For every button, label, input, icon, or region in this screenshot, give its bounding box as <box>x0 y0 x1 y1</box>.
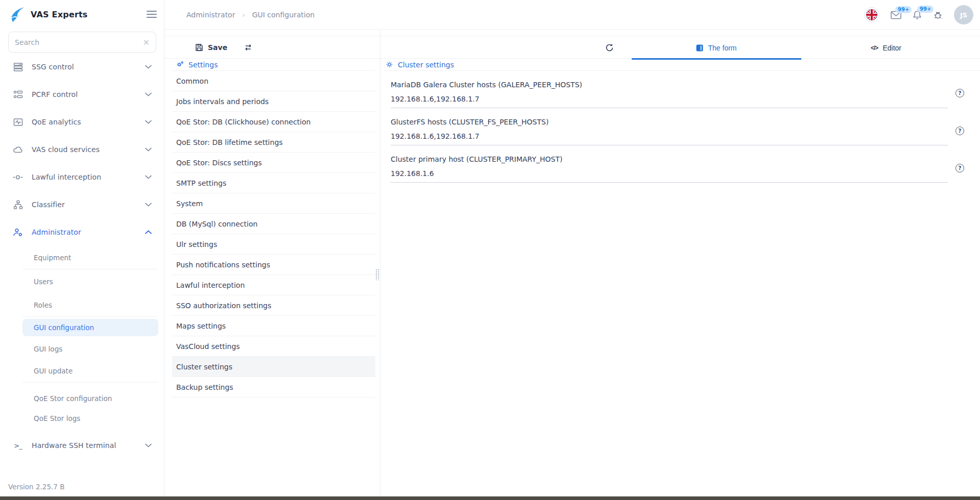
help-icon[interactable]: ? <box>955 164 964 172</box>
gear-icon <box>386 61 393 68</box>
field-label: MariaDB Galera Cluster hosts (GALERA_PEE… <box>391 71 980 90</box>
settings-list-panel: Settings Common Jobs intervals and perio… <box>172 59 375 496</box>
settings-item-backup[interactable]: Backup settings <box>172 377 375 397</box>
terminal-icon: >_ <box>13 440 23 451</box>
breadcrumb-separator-icon: › <box>242 11 245 19</box>
settings-item-qoe-clickhouse[interactable]: QoE Stor: DB (Clickhouse) connection <box>172 112 375 132</box>
help-icon[interactable]: ? <box>955 127 964 135</box>
brand-row: VAS Experts <box>8 5 157 23</box>
breadcrumb-gui-configuration[interactable]: GUI configuration <box>252 11 315 19</box>
messages-count-badge: 99+ <box>895 6 912 13</box>
search-box: × <box>8 32 156 53</box>
settings-item-sso[interactable]: SSO authorization settings <box>172 295 375 316</box>
sitemap-icon <box>13 199 23 210</box>
sidebar-subitem-qoe-stor-configuration[interactable]: QoE Stor configuration <box>0 383 164 409</box>
settings-item-cluster[interactable]: Cluster settings <box>172 357 375 377</box>
cloud-icon <box>13 144 23 155</box>
tab-bar: The form </> Editor <box>632 36 971 59</box>
interception-icon <box>13 172 23 182</box>
help-icon[interactable]: ? <box>955 89 964 97</box>
sidebar-item-lawful-interception[interactable]: Lawful interception <box>0 163 164 191</box>
sidebar-item-label: Administrator <box>32 228 81 236</box>
sidebar-item-label: SSG control <box>32 63 74 71</box>
settings-item-maps[interactable]: Maps settings <box>172 316 375 336</box>
field-label: Cluster primary host (CLUSTER_PRIMARY_HO… <box>391 145 980 164</box>
settings-item-push-notifications[interactable]: Push notifications settings <box>172 255 375 275</box>
tab-the-form[interactable]: The form <box>632 36 801 59</box>
pcrf-icon <box>13 89 23 99</box>
sidebar-item-classifier[interactable]: Classifier <box>0 191 164 218</box>
refresh-button[interactable] <box>605 36 614 59</box>
bug-icon <box>933 10 943 20</box>
sidebar-item-hardware-ssh-terminal[interactable]: >_ Hardware SSH terminal <box>0 432 164 459</box>
notifications-button[interactable]: 99+ <box>913 10 922 20</box>
sidebar-subitem-gui-update[interactable]: GUI update <box>0 359 164 382</box>
sidebar-item-ssg-control[interactable]: SSG control <box>0 53 164 81</box>
form-icon <box>696 44 703 52</box>
form-header: Cluster settings <box>385 59 980 71</box>
search-clear-icon[interactable]: × <box>143 38 150 46</box>
language-flag-icon[interactable] <box>864 7 879 22</box>
cluster-primary-host-input[interactable]: 192.168.1.6 <box>391 168 948 183</box>
bug-report-button[interactable] <box>933 10 943 20</box>
chevron-down-icon <box>145 120 152 124</box>
settings-item-vascloud[interactable]: VasCloud settings <box>172 336 375 357</box>
breadcrumb-administrator[interactable]: Administrator <box>186 11 235 19</box>
settings-item-db-mysql[interactable]: DB (MySql) connection <box>172 214 375 234</box>
user-avatar[interactable]: JS <box>954 5 973 24</box>
sidebar-item-label: VAS cloud services <box>32 145 100 154</box>
sidebar-item-administrator[interactable]: Administrator <box>0 218 164 246</box>
sidebar-item-pcrf-control[interactable]: PCRF control <box>0 81 164 108</box>
field-label: GlusterFS hosts (CLUSTER_FS_PEER_HOSTS) <box>391 108 980 127</box>
save-button[interactable]: Save <box>195 36 227 59</box>
galera-peer-hosts-input[interactable]: 192.168.1.6,192.168.1.7 <box>391 94 948 108</box>
search-input[interactable] <box>15 38 143 46</box>
settings-item-ulr[interactable]: Ulr settings <box>172 234 375 255</box>
app-version: Version 2.25.7 B <box>8 483 64 491</box>
repeat-icon <box>244 43 253 52</box>
messages-button[interactable]: 99+ <box>891 11 901 19</box>
refresh-icon <box>605 43 614 52</box>
save-label: Save <box>208 43 227 52</box>
settings-item-qoe-db-lifetime[interactable]: QoE Stor: DB lifetime settings <box>172 132 375 153</box>
tab-editor[interactable]: </> Editor <box>801 36 971 59</box>
toolbar: Save The form </> Edi <box>164 36 980 59</box>
sidebar-subitem-users[interactable]: Users <box>0 269 164 294</box>
sidebar-subitem-qoe-stor-logs[interactable]: QoE Stor logs <box>0 409 164 428</box>
settings-item-smtp[interactable]: SMTP settings <box>172 173 375 193</box>
top-header: Administrator › GUI configuration <box>164 0 980 30</box>
settings-item-jobs-intervals[interactable]: Jobs intervals and periods <box>172 91 375 112</box>
settings-item-lawful-interception[interactable]: Lawful interception <box>172 275 375 295</box>
settings-item-system[interactable]: System <box>172 193 375 214</box>
sidebar: VAS Experts × SSG control <box>0 0 164 496</box>
settings-list-header: Settings <box>172 59 375 71</box>
settings-item-common[interactable]: Common <box>172 71 375 91</box>
server-icon <box>13 62 23 72</box>
chevron-down-icon <box>145 443 152 447</box>
code-icon: </> <box>871 44 878 52</box>
breadcrumb: Administrator › GUI configuration <box>186 0 315 30</box>
form-field: MariaDB Galera Cluster hosts (GALERA_PEE… <box>391 71 980 108</box>
chevron-down-icon <box>145 203 152 207</box>
settings-item-qoe-discs[interactable]: QoE Stor: Discs settings <box>172 153 375 173</box>
pulse-chart-icon <box>13 117 23 127</box>
notifications-count-badge: 99+ <box>917 6 934 13</box>
hamburger-menu-icon[interactable] <box>147 10 157 18</box>
user-gear-icon <box>13 227 23 237</box>
chevron-up-icon <box>145 230 152 234</box>
repeat-button[interactable] <box>244 36 253 59</box>
sidebar-item-label: Classifier <box>32 201 65 209</box>
sidebar-subitem-gui-logs[interactable]: GUI logs <box>0 338 164 359</box>
sidebar-item-qoe-analytics[interactable]: QoE analytics <box>0 108 164 136</box>
cluster-fs-peer-hosts-input[interactable]: 192.168.1.6,192.168.1.7 <box>391 131 948 145</box>
sidebar-subitem-gui-configuration[interactable]: GUI configuration <box>22 319 158 336</box>
panel-resize-handle[interactable] <box>375 269 379 280</box>
form-field: GlusterFS hosts (CLUSTER_FS_PEER_HOSTS) … <box>391 108 980 145</box>
gears-icon <box>176 61 184 68</box>
sidebar-subitem-equipment[interactable]: Equipment <box>0 246 164 269</box>
sidebar-item-label: QoE analytics <box>32 118 81 126</box>
sidebar-nav: SSG control PCRF control <box>0 53 164 459</box>
chevron-down-icon <box>145 147 152 152</box>
sidebar-subitem-roles[interactable]: Roles <box>0 294 164 316</box>
sidebar-item-vas-cloud-services[interactable]: VAS cloud services <box>0 136 164 163</box>
